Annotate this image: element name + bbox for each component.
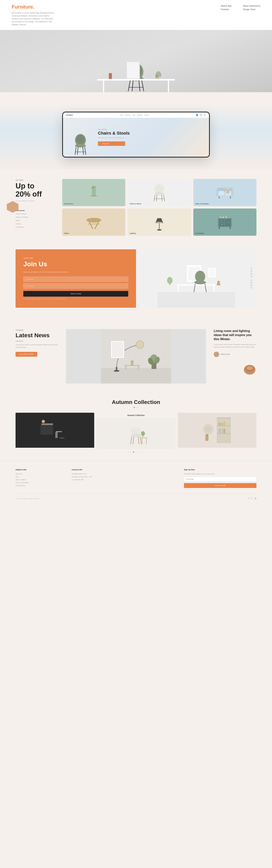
footer-link-terms[interactable]: Terms & Conditions: [15, 482, 64, 484]
special-offer-section: Special Offer Join Us Sign up to get upd…: [0, 245, 272, 319]
tablet-cta-button[interactable]: Shop Now →: [98, 142, 125, 146]
side-menu-item-sofas[interactable]: Sofas & armchairs: [15, 216, 55, 218]
svg-rect-36: [216, 190, 218, 196]
footer-link-faq[interactable]: FAQ: [15, 476, 64, 478]
side-menu-item-lighting[interactable]: Lighting: [15, 223, 55, 225]
nav-col-1: Sketch App Freebies: [221, 5, 232, 10]
tablet-nav-home[interactable]: Home: [120, 115, 123, 116]
category-label-chairs: Chairs & Stools: [130, 203, 141, 205]
svg-point-135: [205, 434, 208, 436]
svg-line-46: [95, 221, 99, 229]
footer-helpful-links: Helpful Links About Us FAQ Store Locatio…: [15, 469, 64, 488]
pagination-dot-3[interactable]: [137, 407, 139, 408]
nav-sketch-app[interactable]: Sketch App: [221, 5, 232, 7]
hero-background: [0, 30, 272, 92]
svg-line-16: [85, 147, 86, 155]
footer-grid: Helpful Links About Us FAQ Store Locatio…: [15, 469, 257, 488]
arrow-icon: →: [119, 143, 121, 144]
category-img-sofas: [193, 179, 257, 206]
linkedin-icon[interactable]: in: [255, 497, 257, 500]
svg-rect-67: [214, 285, 215, 292]
sale-subtitle: by your Winter Collection: [15, 200, 55, 202]
tablet-nav-store[interactable]: Store: [133, 115, 135, 116]
nav-design-team[interactable]: Design Team: [243, 8, 260, 10]
side-menu-item-furnishings[interactable]: Furnishings: [15, 226, 55, 228]
cabinet-svg: [216, 214, 234, 230]
collection-nav-dot-active: [133, 452, 134, 453]
pagination-dot-2[interactable]: [135, 407, 137, 408]
facebook-icon[interactable]: f: [249, 497, 249, 500]
cart-icon[interactable]: 🛒: [204, 114, 206, 116]
footer-email-input[interactable]: [184, 477, 257, 482]
footer-subscribe-button[interactable]: SIGN UP NOW: [184, 483, 257, 488]
svg-line-6: [139, 81, 140, 91]
category-img-furnishings: [193, 209, 257, 236]
footer-link-about[interactable]: About Us: [15, 473, 64, 475]
category-card-furnishings[interactable]: Furnishings: [193, 209, 257, 236]
footer-signup-title: Sign Up Now: [184, 469, 257, 471]
sale-label: On Sale: [15, 179, 55, 181]
offer-name-input[interactable]: [23, 277, 128, 282]
offer-email-input[interactable]: [23, 283, 128, 289]
vase-svg: [88, 185, 100, 200]
side-menu-item-chairs[interactable]: Chairs & Stools: [15, 213, 55, 215]
nav-freebies[interactable]: Freebies: [221, 8, 232, 10]
svg-line-17: [77, 147, 78, 155]
collection-item-2[interactable]: Autumn Collection: [97, 413, 175, 455]
footer-link-store[interactable]: Store Locations: [15, 479, 64, 480]
twitter-icon[interactable]: t: [251, 497, 252, 500]
checkbox-icon[interactable]: ☑: [23, 298, 25, 300]
sale-text-column: On Sale Up to20% off by your Winter Coll…: [15, 179, 55, 236]
tablet-nav-collections[interactable]: Collections: [125, 115, 131, 116]
svg-point-50: [156, 222, 163, 223]
footer-hours: Monday to Friday: 8:30 - 5:30: [72, 476, 120, 478]
tablet-hero-title: Chairs & Stools: [98, 131, 205, 135]
collection-next-arrow[interactable]: →: [141, 451, 143, 453]
offer-form: SIGN UP NOW: [23, 277, 128, 297]
collection-pagination-dots: [15, 407, 257, 408]
footer-link-privacy[interactable]: Privacy Policy: [15, 485, 64, 487]
nav-mass-impressions[interactable]: Mass Impressions: [243, 5, 260, 7]
tablet-mockup: Furniture Home Collections Store Magazin…: [62, 112, 210, 158]
category-card-chairs[interactable]: Chairs & Stools: [128, 179, 191, 206]
vase-decoration: [109, 73, 112, 79]
tablet-hero-subtitle: Lorem ipsum dolor sit amet consectetur a…: [98, 137, 205, 138]
collection-prev-arrow[interactable]: ←: [129, 451, 131, 453]
svg-rect-56: [221, 224, 223, 225]
tablet-nav-magazine[interactable]: Magazine: [137, 115, 142, 116]
tablet-nav-contacts[interactable]: Contacts: [144, 115, 149, 116]
footer-helpful-links-title: Helpful Links: [15, 469, 64, 471]
desk-surface: [97, 79, 175, 81]
svg-rect-92: [138, 366, 139, 369]
svg-rect-134: [205, 435, 208, 441]
svg-rect-96: [112, 342, 123, 357]
tablet-collection-label: New Collection: [98, 129, 205, 130]
category-card-lighting[interactable]: Lighting: [128, 209, 191, 236]
news-cta-button[interactable]: ALL LATEST NEWS: [15, 352, 37, 357]
collection-nav: ← →: [97, 449, 175, 455]
search-icon[interactable]: 🔍: [200, 114, 202, 116]
offer-submit-button[interactable]: SIGN UP NOW: [23, 291, 128, 297]
svg-rect-125: [218, 423, 220, 426]
geo-decoration: [6, 200, 20, 215]
svg-rect-124: [217, 433, 231, 434]
news-trending-label: Trending: [15, 329, 58, 331]
side-menu-item-accessories[interactable]: Accessories: [15, 210, 55, 211]
category-card-accessories[interactable]: Accessories: [62, 179, 125, 206]
svg-rect-117: [146, 438, 147, 444]
tablet-text-area: New Collection Chairs & Stools Lorem ips…: [94, 125, 209, 150]
collection-item-3[interactable]: [178, 413, 257, 455]
picture-frame: [126, 61, 140, 79]
tablet-section: Furniture Home Collections Store Magazin…: [0, 104, 272, 169]
sofa-svg: [215, 185, 235, 200]
svg-line-31: [157, 195, 157, 201]
pagination-dot-1[interactable]: [133, 407, 135, 408]
user-icon[interactable]: 👤: [196, 114, 198, 116]
category-card-sofas[interactable]: Sofas & armchairs: [193, 179, 257, 206]
news-left-column: Trending Latest News Lorem ipsum dolor s…: [15, 329, 58, 357]
offer-badge: Special Offer: [23, 257, 128, 259]
side-menu: Accessories Chairs & Stools Sofas & armc…: [15, 210, 55, 228]
category-card-tables[interactable]: Tables: [62, 209, 125, 236]
collection-item-1[interactable]: [15, 413, 94, 455]
side-menu-item-tables[interactable]: Tables: [15, 220, 55, 221]
